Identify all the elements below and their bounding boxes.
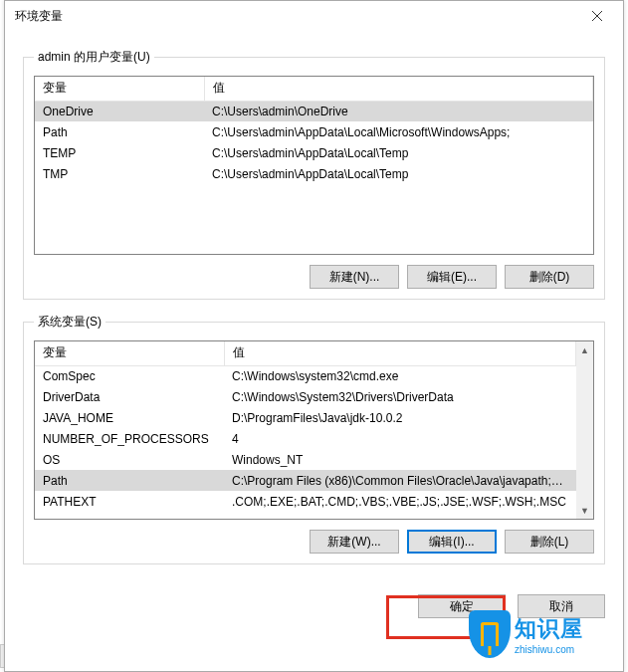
var-value: C:\Program Files (x86)\Common Files\Orac… xyxy=(224,470,576,491)
window-title: 环境变量 xyxy=(15,8,574,25)
system-vars-table[interactable]: 变量 值 ComSpec C:\Windows\system32\cmd.exe… xyxy=(35,341,576,512)
scroll-down-icon[interactable]: ▼ xyxy=(576,502,593,519)
table-row[interactable]: PATHEXT .COM;.EXE;.BAT;.CMD;.VBS;.VBE;.J… xyxy=(35,491,576,512)
table-row[interactable]: NUMBER_OF_PROCESSORS 4 xyxy=(35,428,576,449)
var-name: Path xyxy=(35,470,224,491)
table-row[interactable]: TEMP C:\Users\admin\AppData\Local\Temp xyxy=(35,142,593,163)
env-vars-dialog: 环境变量 admin 的用户变量(U) 变量 值 OneDrive C:\Us xyxy=(4,0,624,672)
table-row[interactable]: OS Windows_NT xyxy=(35,449,576,470)
user-new-button[interactable]: 新建(N)... xyxy=(310,265,399,289)
scrollbar[interactable]: ▲ ▼ xyxy=(576,341,593,519)
user-vars-group: admin 的用户变量(U) 变量 值 OneDrive C:\Users\ad… xyxy=(23,49,605,300)
dialog-button-row: 确定 取消 xyxy=(5,590,623,618)
var-value: C:\Users\admin\AppData\Local\Microsoft\W… xyxy=(204,121,593,142)
system-vars-table-wrap: ▲ ▼ 变量 值 ComSpec C:\Windows\system32\cmd… xyxy=(34,340,594,520)
table-row[interactable]: DriverData C:\Windows\System32\Drivers\D… xyxy=(35,386,576,407)
var-name: ComSpec xyxy=(35,365,224,386)
var-name: TEMP xyxy=(35,142,204,163)
close-button[interactable] xyxy=(574,2,619,30)
sys-edit-button[interactable]: 编辑(I)... xyxy=(407,530,497,554)
var-value: 4 xyxy=(224,428,576,449)
user-vars-table-wrap: 变量 值 OneDrive C:\Users\admin\OneDrive Pa… xyxy=(34,76,594,255)
var-name: OS xyxy=(35,449,224,470)
var-value: .COM;.EXE;.BAT;.CMD;.VBS;.VBE;.JS;.JSE;.… xyxy=(224,491,576,512)
sys-col-val[interactable]: 值 xyxy=(224,341,576,365)
system-vars-buttons: 新建(W)... 编辑(I)... 删除(L) xyxy=(34,530,594,554)
system-vars-legend: 系统变量(S) xyxy=(34,314,105,331)
user-vars-table[interactable]: 变量 值 OneDrive C:\Users\admin\OneDrive Pa… xyxy=(35,77,593,184)
user-col-val[interactable]: 值 xyxy=(204,77,593,101)
ok-button[interactable]: 确定 xyxy=(418,594,506,618)
var-value: C:\Windows\system32\cmd.exe xyxy=(224,365,576,386)
var-name: DriverData xyxy=(35,386,224,407)
var-value: C:\Windows\System32\Drivers\DriverData xyxy=(224,386,576,407)
user-delete-button[interactable]: 删除(D) xyxy=(505,265,594,289)
var-name: JAVA_HOME xyxy=(35,407,224,428)
user-vars-buttons: 新建(N)... 编辑(E)... 删除(D) xyxy=(34,265,594,289)
table-row[interactable]: JAVA_HOME D:\ProgramFiles\Java\jdk-10.0.… xyxy=(35,407,576,428)
var-name: TMP xyxy=(35,163,204,184)
var-name: OneDrive xyxy=(35,101,204,121)
sys-col-var[interactable]: 变量 xyxy=(35,341,224,365)
var-name: NUMBER_OF_PROCESSORS xyxy=(35,428,224,449)
var-name: PATHEXT xyxy=(35,491,224,512)
table-row[interactable]: TMP C:\Users\admin\AppData\Local\Temp xyxy=(35,163,593,184)
user-edit-button[interactable]: 编辑(E)... xyxy=(407,265,497,289)
close-icon xyxy=(592,11,602,21)
sys-new-button[interactable]: 新建(W)... xyxy=(310,530,399,554)
table-row[interactable]: OneDrive C:\Users\admin\OneDrive xyxy=(35,101,593,121)
var-value: D:\ProgramFiles\Java\jdk-10.0.2 xyxy=(224,407,576,428)
table-row[interactable]: ComSpec C:\Windows\system32\cmd.exe xyxy=(35,365,576,386)
dialog-content: admin 的用户变量(U) 变量 值 OneDrive C:\Users\ad… xyxy=(5,31,623,590)
var-value: C:\Users\admin\AppData\Local\Temp xyxy=(204,163,593,184)
var-value: Windows_NT xyxy=(224,449,576,470)
sys-delete-button[interactable]: 删除(L) xyxy=(505,530,594,554)
var-value: C:\Users\admin\AppData\Local\Temp xyxy=(204,142,593,163)
cancel-button[interactable]: 取消 xyxy=(518,594,605,618)
user-col-var[interactable]: 变量 xyxy=(35,77,204,101)
user-vars-legend: admin 的用户变量(U) xyxy=(34,49,154,66)
table-row[interactable]: Path C:\Program Files (x86)\Common Files… xyxy=(35,470,576,491)
table-row[interactable]: Path C:\Users\admin\AppData\Local\Micros… xyxy=(35,121,593,142)
system-vars-group: 系统变量(S) ▲ ▼ 变量 值 ComSpec C xyxy=(23,314,605,564)
scroll-up-icon[interactable]: ▲ xyxy=(576,341,593,358)
var-name: Path xyxy=(35,121,204,142)
titlebar: 环境变量 xyxy=(5,1,623,31)
var-value: C:\Users\admin\OneDrive xyxy=(204,101,593,121)
